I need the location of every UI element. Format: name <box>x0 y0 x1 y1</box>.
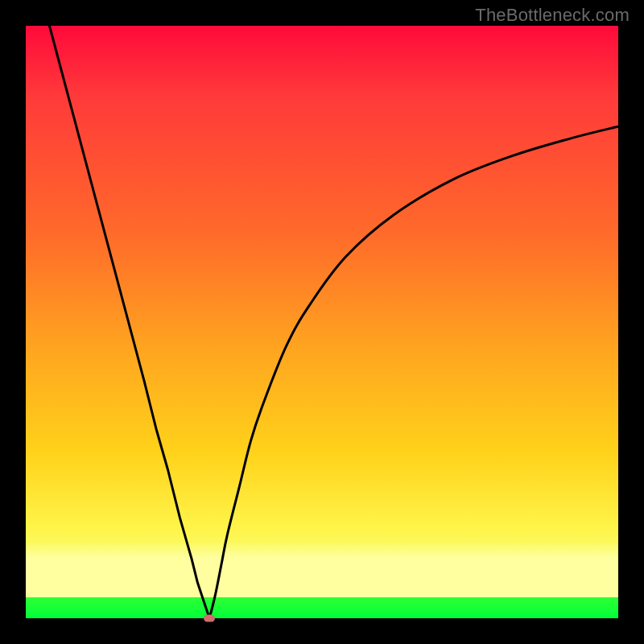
chart-frame: TheBottleneck.com <box>0 0 644 644</box>
bottleneck-curve <box>26 26 618 618</box>
vertex-marker <box>204 615 215 622</box>
watermark-text: TheBottleneck.com <box>475 5 630 26</box>
plot-area <box>26 26 618 618</box>
